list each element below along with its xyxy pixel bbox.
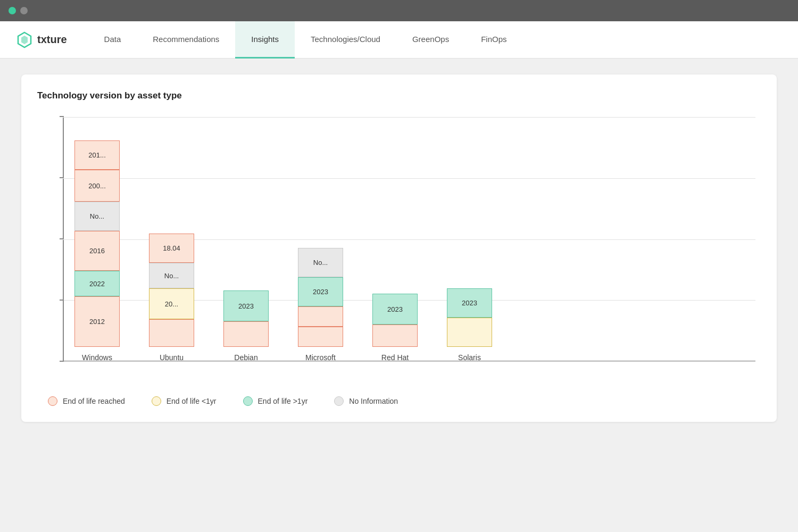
logo-area: txture xyxy=(16,31,67,48)
chart-title: Technology version by asset type xyxy=(37,90,755,101)
stacked-bar: 2023 xyxy=(447,288,492,347)
legend-label: End of life <1yr xyxy=(167,397,217,405)
chart-container: 201220222016No...200...201...Windows20..… xyxy=(37,117,755,406)
chart-plot: 201220222016No...200...201...Windows20..… xyxy=(48,117,755,383)
bar-segment: No... xyxy=(149,263,194,288)
legend-dot xyxy=(48,396,57,406)
nav-item-greenops[interactable]: GreenOps xyxy=(396,21,465,59)
bar-group: 2023Red Hat xyxy=(372,294,418,362)
bar-segment: 2023 xyxy=(372,294,418,325)
title-dot-1 xyxy=(9,7,16,14)
legend-item: No Information xyxy=(334,396,398,406)
bar-segment: 2012 xyxy=(74,296,120,347)
bar-group: 2023No...Microsoft xyxy=(298,248,343,362)
nav-item-finops[interactable]: FinOps xyxy=(465,21,522,59)
nav-item-data[interactable]: Data xyxy=(88,21,137,59)
bar-segment: 18.04 xyxy=(149,234,194,263)
logo-icon xyxy=(16,31,33,48)
bar-segment xyxy=(223,321,269,347)
bar-group-label: Debian xyxy=(234,353,257,362)
bars-container: 201220222016No...200...201...Windows20..… xyxy=(48,117,755,383)
bar-group-label: Windows xyxy=(82,353,112,362)
bar-segment: 2022 xyxy=(74,271,120,296)
bar-group: 2023Debian xyxy=(223,290,269,362)
legend-label: End of life >1yr xyxy=(258,397,308,405)
bar-segment xyxy=(372,325,418,347)
bar-segment xyxy=(149,319,194,347)
legend-item: End of life >1yr xyxy=(243,396,308,406)
nav-items: Data Recommendations Insights Technologi… xyxy=(88,21,523,59)
stacked-bar: 20...No...18.04 xyxy=(149,234,194,347)
bar-segment: 2023 xyxy=(447,288,492,318)
bar-group-label: Solaris xyxy=(458,353,481,362)
legend-dot xyxy=(152,396,161,406)
main-content: Technology version by asset type 2012202… xyxy=(0,59,798,438)
bar-segment: 2016 xyxy=(74,231,120,271)
legend-dot xyxy=(334,396,344,406)
legend-item: End of life reached xyxy=(48,396,125,406)
nav-item-recommendations[interactable]: Recommendations xyxy=(137,21,235,59)
bar-segment: 2023 xyxy=(223,290,269,321)
svg-marker-1 xyxy=(21,36,28,44)
bar-group-label: Red Hat xyxy=(381,353,409,362)
legend-dot xyxy=(243,396,253,406)
bar-segment: 20... xyxy=(149,288,194,319)
nav-bar: txture Data Recommendations Insights Tec… xyxy=(0,21,798,59)
bar-segment: 2023 xyxy=(298,277,343,306)
logo-text: txture xyxy=(37,34,67,46)
chart-card: Technology version by asset type 2012202… xyxy=(21,74,777,422)
stacked-bar: 201220222016No...200...201... xyxy=(74,140,120,347)
bar-segment xyxy=(298,306,343,327)
bar-segment: 201... xyxy=(74,140,120,170)
bar-segment: No... xyxy=(298,248,343,277)
bar-group-label: Ubuntu xyxy=(160,353,184,362)
bar-segment xyxy=(298,327,343,347)
title-dot-2 xyxy=(20,7,28,14)
stacked-bar: 2023 xyxy=(223,290,269,347)
legend-label: End of life reached xyxy=(63,397,125,405)
bar-segment xyxy=(447,318,492,347)
legend-label: No Information xyxy=(349,397,398,405)
legend-item: End of life <1yr xyxy=(152,396,217,406)
bar-segment: 200... xyxy=(74,170,120,202)
stacked-bar: 2023No... xyxy=(298,248,343,347)
bar-group-label: Microsoft xyxy=(305,353,336,362)
stacked-bar: 2023 xyxy=(372,294,418,347)
nav-item-technologies[interactable]: Technologies/Cloud xyxy=(295,21,396,59)
bar-group: 20...No...18.04Ubuntu xyxy=(149,234,194,362)
nav-item-insights[interactable]: Insights xyxy=(235,21,295,59)
title-bar xyxy=(0,0,798,21)
bar-group: 201220222016No...200...201...Windows xyxy=(74,140,120,362)
bar-group: 2023Solaris xyxy=(447,288,492,362)
chart-legend: End of life reachedEnd of life <1yrEnd o… xyxy=(37,396,755,406)
bar-segment: No... xyxy=(74,202,120,231)
